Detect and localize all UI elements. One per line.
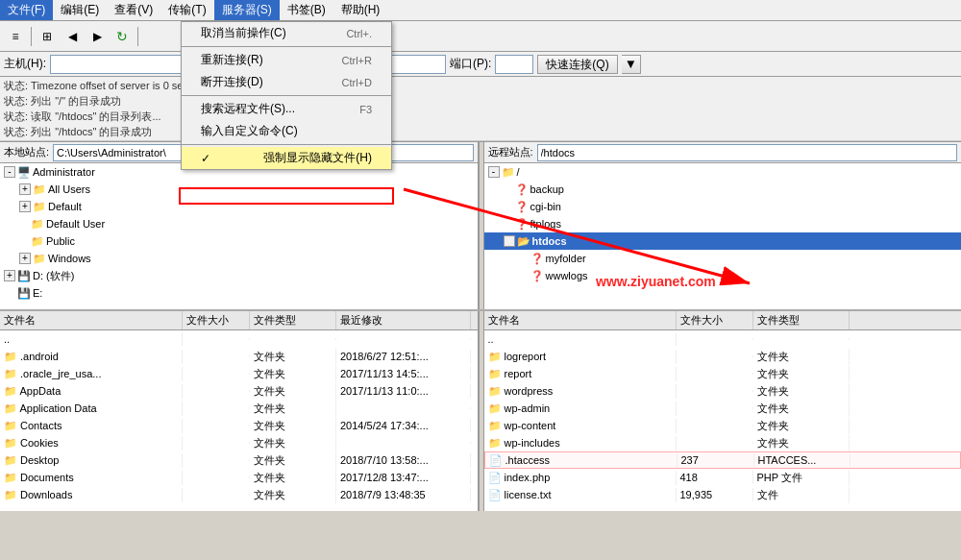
local-col-type[interactable]: 文件类型 [250,311,336,329]
local-file-name-8: 📁 Documents [0,471,183,485]
menu-item-shortcut-reconnect: Ctrl+R [342,55,372,66]
quickconnect-button[interactable]: 快速连接(Q) [537,55,617,74]
remote-file-row-wpincludes[interactable]: 📁 wp-includes 文件夹 [484,434,962,451]
expand-allusers[interactable]: + [19,183,31,195]
remote-file-row-parent[interactable]: .. [484,330,962,348]
tree-item-default[interactable]: + 📁 Default [0,198,478,215]
local-file-row-oracle[interactable]: 📁 .oracle_jre_usa... 文件夹 2017/11/13 14:5… [0,365,478,382]
expand-htdocs[interactable]: - [504,235,515,247]
menu-custom-cmd[interactable]: 输入自定义命令(C) [182,120,391,142]
menu-item-label-custom: 输入自定义命令(C) [201,123,298,139]
tree-item-e[interactable]: 💾 E: [0,284,478,302]
local-tree[interactable]: - 🖥️ Administrator + 📁 All Users + 📁 Def… [0,163,478,309]
folder-icon-desktop: 📁 [4,454,17,466]
toolbar-forward-btn[interactable]: ▶ [86,24,109,49]
status-line-1: 状态: Timezone offset of server is 0 secon… [4,78,957,93]
expand-administrator[interactable]: - [4,166,15,178]
toolbar-grid-btn[interactable]: ⊞ [36,24,59,49]
port-input[interactable] [495,55,533,74]
tree-item-allusers[interactable]: + 📁 All Users [0,181,478,198]
tree-item-d[interactable]: + 💾 D: (软件) [0,267,478,284]
menu-item-label-cancel: 取消当前操作(C) [201,25,286,41]
folder-icon-wpcontent: 📁 [488,420,502,431]
tree-item-myfolder[interactable]: ❓ myfolder [484,250,962,267]
remote-col-type[interactable]: 文件类型 [753,311,850,329]
local-col-size[interactable]: 文件大小 [183,311,250,329]
status-area: 状态: Timezone offset of server is 0 secon… [0,77,961,141]
menu-file[interactable]: 文件(F) [0,0,53,20]
remote-file-row-licensetxt[interactable]: 📄 license.txt 19,935 文件 [484,486,962,503]
menu-disconnect[interactable]: 断开连接(D) Ctrl+D [182,71,391,93]
remote-file-row-report[interactable]: 📁 report 文件夹 [484,365,962,382]
menu-show-hidden[interactable]: ✓ 强制显示隐藏文件(H) [182,147,391,169]
menu-search-remote[interactable]: 搜索远程文件(S)... F3 [182,98,391,120]
remote-file-row-wpcontent[interactable]: 📁 wp-content 文件夹 [484,417,962,434]
tree-item-windows[interactable]: + 📁 Windows [0,250,478,267]
tree-item-defaultuser[interactable]: 📁 Default User [0,215,478,232]
local-col-name[interactable]: 文件名 [0,311,183,329]
tree-item-htdocs[interactable]: - 📂 htdocs [484,232,962,250]
folder-icon-android: 📁 [4,351,17,362]
expand-windows[interactable]: + [19,253,31,264]
toolbar-menu-btn[interactable]: ≡ [4,24,27,49]
menu-item-shortcut-search: F3 [359,104,372,115]
remote-file-name-0: .. [484,332,677,346]
local-file-type-8: 文件夹 [250,470,336,486]
local-file-row-downloads[interactable]: 📁 Downloads 文件夹 2018/7/9 13:48:35 [0,486,478,503]
remote-file-row-wordpress[interactable]: 📁 wordpress 文件夹 [484,382,962,400]
tree-item-backup[interactable]: ❓ backup [484,181,962,198]
remote-file-row-htaccess[interactable]: 📄 .htaccess 237 HTACCES... [484,451,962,469]
menu-server[interactable]: 服务器(S) [214,0,280,20]
menu-item-label-reconnect: 重新连接(R) [201,52,263,68]
local-file-size-6 [183,442,250,444]
remote-path-input[interactable] [537,144,957,161]
local-file-date-1: 2018/6/27 12:51:... [336,350,471,363]
local-file-type-0 [250,338,336,340]
remote-file-header: 文件名 文件大小 文件类型 [484,311,962,330]
remote-file-row-indexphp[interactable]: 📄 index.php 418 PHP 文件 [484,469,962,486]
remote-col-name[interactable]: 文件名 [484,311,677,329]
local-file-name-5: 📁 Contacts [0,419,183,433]
local-file-row-android[interactable]: 📁 .android 文件夹 2018/6/27 12:51:... [0,348,478,365]
file-icon-htaccess: 📄 [489,454,503,466]
local-file-row-applicationdata[interactable]: 📁 Application Data 文件夹 [0,400,478,417]
remote-col-size[interactable]: 文件大小 [677,311,753,329]
remote-file-list[interactable]: .. 📁 logreport 文件夹 📁 report 文件夹 📁 wordpr… [484,330,962,511]
menu-transfer[interactable]: 传输(T) [160,0,213,20]
expand-default[interactable]: + [19,201,31,212]
remote-file-row-wpadmin[interactable]: 📁 wp-admin 文件夹 [484,400,962,417]
menu-item-label-disconnect: 断开连接(D) [201,74,263,90]
menu-help[interactable]: 帮助(H) [333,0,388,20]
menu-reconnect[interactable]: 重新连接(R) Ctrl+R [182,49,391,71]
tree-item-ftplogs[interactable]: ❓ ftplogs [484,215,962,232]
tree-label-administrator: Administrator [33,166,95,178]
menu-view[interactable]: 查看(V) [107,0,160,20]
tree-item-root[interactable]: - 📁 / [484,163,962,181]
tree-item-wwwlogs[interactable]: ❓ wwwlogs [484,267,962,284]
local-file-row-appdata[interactable]: 📁 AppData 文件夹 2017/11/13 11:0:... [0,382,478,400]
toolbar-back-btn[interactable]: ◀ [61,24,84,49]
remote-file-row-logreport[interactable]: 📁 logreport 文件夹 [484,348,962,365]
remote-file-size-4 [677,407,753,409]
drive-icon-d: 💾 [17,270,31,282]
folder-icon-ftplogs: ❓ [515,218,529,231]
menu-edit[interactable]: 编辑(E) [53,0,107,20]
local-file-row-desktop[interactable]: 📁 Desktop 文件夹 2018/7/10 13:58:... [0,451,478,469]
local-file-row-contacts[interactable]: 📁 Contacts 文件夹 2014/5/24 17:34:... [0,417,478,434]
local-file-row-parent[interactable]: .. [0,330,478,348]
tree-item-cgibin[interactable]: ❓ cgi-bin [484,198,962,215]
expand-root[interactable]: - [488,166,500,178]
menu-cancel-op[interactable]: 取消当前操作(C) Ctrl+. [182,22,391,44]
local-file-type-1: 文件夹 [250,349,336,365]
local-file-row-documents[interactable]: 📁 Documents 文件夹 2017/12/8 13:47:... [0,469,478,486]
expand-d[interactable]: + [4,270,15,281]
quickconnect-dropdown[interactable]: ▼ [622,55,641,74]
local-col-date[interactable]: 最近修改 [336,311,471,329]
toolbar-refresh-btn[interactable]: ↻ [111,24,134,49]
remote-file-name-1: 📁 logreport [484,350,677,364]
local-file-row-cookies[interactable]: 📁 Cookies 文件夹 [0,434,478,451]
tree-item-public[interactable]: 📁 Public [0,232,478,250]
menu-bookmark[interactable]: 书签(B) [280,0,333,20]
local-file-list[interactable]: .. 📁 .android 文件夹 2018/6/27 12:51:... 📁 … [0,330,478,511]
remote-tree[interactable]: - 📁 / ❓ backup ❓ cgi-bin ❓ ftplogs - [484,163,962,309]
